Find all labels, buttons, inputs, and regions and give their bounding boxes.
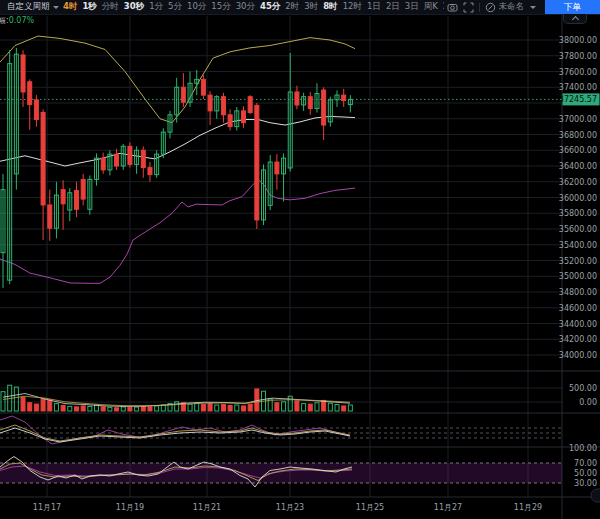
volume-bar: [308, 404, 312, 411]
volume-bar: [215, 405, 219, 411]
volume-bar: [255, 389, 259, 411]
volume-bar: [14, 387, 18, 411]
fullscreen-icon[interactable]: [463, 2, 474, 13]
volume-bar: [188, 404, 192, 411]
candle-body: [342, 95, 346, 101]
volume-bar: [275, 403, 279, 411]
interval-4时[interactable]: 4时: [61, 1, 80, 13]
interval-30秒[interactable]: 30秒: [121, 1, 146, 13]
oscillator-band: [0, 463, 562, 483]
candle-body: [308, 97, 312, 109]
chevron-down-icon: [53, 6, 59, 9]
interval-1分[interactable]: 1分: [147, 1, 166, 13]
panel-collapse-handle[interactable]: [591, 489, 600, 502]
price-axis-label: 35600.00: [559, 225, 597, 234]
lower-band-line: [0, 179, 355, 283]
interval-分时[interactable]: 分时: [99, 1, 121, 13]
toolbar-divider: [479, 3, 480, 12]
candle-body: [295, 92, 299, 105]
interval-2时[interactable]: 2时: [283, 1, 302, 13]
interval-3时[interactable]: 3时: [302, 1, 321, 13]
custom-period-selector[interactable]: 自定义周期: [0, 1, 61, 13]
candle-body: [148, 168, 152, 175]
volume-bar: [61, 405, 65, 411]
oscillator-axis-label: 70.00: [574, 459, 597, 468]
custom-period-label: 自定义周期: [7, 1, 50, 13]
price-axis-label: 35200.00: [559, 257, 597, 266]
candle-body: [228, 115, 232, 127]
volume-bar: [54, 404, 58, 411]
interval-8时[interactable]: 8时: [321, 1, 340, 13]
price-axis-label: 34600.00: [559, 304, 597, 313]
volume-bar: [34, 404, 38, 411]
annotation-tool[interactable]: 未命名: [485, 1, 537, 13]
interval-30分[interactable]: 30分: [233, 1, 257, 13]
price-axis-label: 34800.00: [559, 288, 597, 297]
candle-body: [241, 111, 245, 123]
price-axis-label: 37600.00: [559, 68, 597, 77]
chevron-down-icon: [530, 6, 536, 9]
interval-周K[interactable]: 周K: [421, 1, 440, 13]
interval-12时[interactable]: 12时: [340, 1, 364, 13]
time-axis-label: 11月27: [434, 503, 462, 512]
upper-band-line: [0, 36, 355, 123]
price-change-value: 0.07%: [9, 16, 34, 25]
oscillator-axis-label: 50.00: [574, 469, 597, 478]
interval-1秒[interactable]: 1秒: [80, 1, 99, 13]
volume-bar: [228, 405, 232, 411]
volume-bar: [81, 406, 85, 411]
candlestick-chart[interactable]: 38000.0037800.0037600.0037400.0037000.00…: [0, 0, 600, 519]
toolbar-right: 未命名 下单: [447, 0, 600, 14]
volume-axis-label: 0.00: [579, 398, 597, 407]
draw-icon: [485, 2, 496, 13]
candle-body: [61, 190, 65, 204]
price-axis-label: 34400.00: [559, 320, 597, 329]
price-axis-label: 34000.00: [559, 351, 597, 360]
interval-toolbar: 自定义周期 4时1秒分时30秒1分5分10分15分30分45分2时3时8时12时…: [0, 1, 444, 13]
price-axis-label: 36200.00: [559, 178, 597, 187]
candle-body: [255, 105, 259, 220]
volume-bar: [302, 404, 306, 411]
annotation-label: 未命名: [499, 1, 525, 13]
camera-icon[interactable]: [447, 2, 458, 13]
price-axis-label: 36400.00: [559, 162, 597, 171]
candle-body: [128, 146, 132, 164]
volume-bar: [141, 407, 145, 411]
volume-bar: [101, 407, 105, 411]
price-axis-label: 34200.00: [559, 335, 597, 344]
volume-bar: [235, 405, 239, 411]
interval-45分[interactable]: 45分: [258, 1, 283, 13]
candle-body: [181, 87, 185, 102]
interval-15日[interactable]: 15日: [440, 1, 444, 13]
volume-bar: [68, 406, 72, 411]
price-axis-label: 37000.00: [559, 115, 597, 124]
time-axis-label: 11月29: [514, 503, 542, 512]
interval-2日[interactable]: 2日: [383, 1, 402, 13]
interval-5分[interactable]: 5分: [166, 1, 185, 13]
candle-body: [28, 82, 32, 105]
interval-15分[interactable]: 15分: [209, 1, 233, 13]
candle-body: [115, 154, 119, 166]
volume-bar: [221, 405, 225, 411]
candle-body: [34, 100, 38, 120]
place-order-button[interactable]: 下单: [545, 0, 600, 14]
candle-body: [101, 158, 105, 170]
current-price-value: 37245.57: [559, 95, 597, 104]
volume-bar: [335, 405, 339, 411]
chevron-up-icon: [571, 16, 578, 23]
candle-body: [74, 190, 78, 209]
price-axis-label: 37800.00: [559, 52, 597, 61]
volume-bar: [282, 402, 286, 411]
toolbar-collapse-tab[interactable]: [563, 14, 587, 24]
time-axis-label: 11月19: [116, 503, 144, 512]
price-change-label: 幅:0.07%: [0, 15, 34, 26]
interval-10分[interactable]: 10分: [185, 1, 209, 13]
candle-body: [208, 95, 212, 111]
volume-bar: [1, 392, 5, 411]
interval-3日[interactable]: 3日: [402, 1, 421, 13]
volume-bar: [348, 405, 352, 411]
oscillator-axis-label: 30.00: [574, 479, 597, 488]
price-axis-label: 37400.00: [559, 83, 597, 92]
candle-body: [201, 79, 205, 95]
interval-1日[interactable]: 1日: [364, 1, 383, 13]
